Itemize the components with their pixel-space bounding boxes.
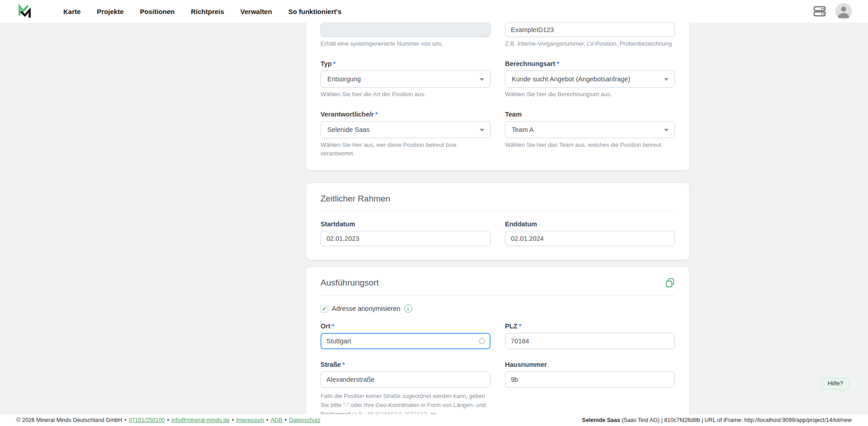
- nav-item-projekte[interactable]: Projekte: [97, 8, 123, 15]
- nav-item-verwalten[interactable]: Verwalten: [241, 8, 272, 15]
- enddatum-label: Enddatum: [505, 220, 675, 228]
- chevron-down-icon: [480, 78, 484, 81]
- nav-item-positionen[interactable]: Positionen: [140, 8, 175, 15]
- field-ort: Ort*: [321, 323, 491, 349]
- strasse-input[interactable]: [321, 371, 491, 388]
- plz-label: PLZ*: [505, 323, 675, 330]
- berechnungsart-select-value: Kunde sucht Angebot (Angebotsanfrage): [512, 75, 630, 83]
- field-verantwortliche: Verantwortliche/r* Selenide Saas Wählen …: [321, 111, 491, 158]
- required-marker: *: [332, 323, 335, 330]
- field-strasse: Straße* Falls die Position keiner Straße…: [321, 361, 491, 414]
- page-footer: © 2026 Mineral Minds Deutschland GmbH • …: [0, 414, 868, 426]
- required-marker: *: [519, 323, 521, 330]
- page-content: Erhält eine systemgenerierte Nummer von …: [0, 23, 868, 414]
- berechnungsart-label: Berechnungsart*: [505, 60, 675, 67]
- footer-session-info: Selenide Saas (Saas Test AG) | 810c7fd28…: [582, 417, 852, 423]
- anonymize-address-label: Adresse anonymisieren: [332, 305, 401, 312]
- footer-user-name: Selenide Saas: [582, 417, 620, 423]
- form-column: Erhält eine systemgenerierte Nummer von …: [306, 23, 689, 414]
- footer-left: © 2026 Mineral Minds Deutschland GmbH • …: [16, 417, 321, 423]
- anonymize-address-row: ✓ Adresse anonymisieren i: [321, 304, 675, 313]
- app-screen: Karte Projekte Positionen Richtpreis Ver…: [0, 0, 868, 426]
- strasse-helper-example: (z.B.: 48.8115607,9.4077422): [352, 411, 428, 414]
- field-external-id: Z.B. Interne-Vorgangsnummer, LV-Position…: [505, 23, 675, 60]
- required-marker: *: [342, 361, 345, 368]
- team-select-value: Team A: [512, 126, 533, 133]
- mineral-minds-logo-icon[interactable]: [16, 3, 33, 19]
- info-icon[interactable]: i: [404, 304, 412, 313]
- berechnungsart-select[interactable]: Kunde sucht Angebot (Angebotsanfrage): [505, 70, 675, 88]
- field-enddatum: Enddatum: [505, 220, 675, 246]
- required-marker: *: [333, 60, 336, 67]
- team-helper: Wählen Sie hier das Team aus, welches di…: [505, 141, 675, 150]
- chevron-down-icon: [664, 78, 669, 81]
- verantwortliche-select[interactable]: Selenide Saas: [321, 121, 491, 138]
- field-team: Team Team A Wählen Sie hier das Team aus…: [505, 111, 675, 158]
- footer-link-impressum[interactable]: Impressum: [236, 417, 264, 423]
- hausnummer-input[interactable]: [505, 371, 675, 388]
- field-startdatum: Startdatum: [321, 220, 491, 246]
- nav-item-so-funktionierts[interactable]: So funktioniert's: [288, 8, 342, 15]
- field-berechnungsart: Berechnungsart* Kunde sucht Angebot (Ang…: [505, 60, 675, 111]
- section-title-ausfuehrungsort: Ausführungsort: [321, 278, 379, 288]
- strasse-label: Straße*: [321, 361, 491, 368]
- required-marker: *: [557, 60, 559, 67]
- startdatum-label: Startdatum: [321, 220, 491, 228]
- chevron-down-icon: [480, 129, 484, 131]
- number-helper: Erhält eine systemgenerierte Nummer von …: [321, 40, 491, 48]
- header-right-icons: [813, 3, 852, 19]
- footer-copyright: © 2026 Mineral Minds Deutschland GmbH: [16, 417, 122, 423]
- nav-item-richtpreis[interactable]: Richtpreis: [191, 8, 224, 15]
- external-id-helper: Z.B. Interne-Vorgangsnummer, LV-Position…: [505, 40, 675, 48]
- server-icon[interactable]: [813, 5, 826, 17]
- nav-item-karte[interactable]: Karte: [63, 8, 80, 15]
- section-title-zeitlicher-rahmen: Zeitlicher Rahmen: [321, 194, 390, 204]
- card-ausfuehrungsort: Ausführungsort ✓ Adresse anonymisieren i…: [306, 267, 689, 414]
- team-select[interactable]: Team A: [505, 121, 675, 138]
- typ-select-value: Entsorgung: [327, 75, 361, 83]
- top-navbar: Karte Projekte Positionen Richtpreis Ver…: [0, 0, 868, 23]
- team-label: Team: [505, 111, 675, 118]
- verantwortliche-select-value: Selenide Saas: [327, 126, 370, 133]
- field-plz: PLZ*: [505, 323, 675, 361]
- card-zeitlicher-rahmen: Zeitlicher Rahmen Startdatum Enddatum: [306, 183, 689, 260]
- required-marker: *: [375, 111, 378, 118]
- footer-separator: •: [285, 417, 287, 423]
- help-button[interactable]: Hilfe?: [821, 378, 849, 389]
- startdatum-input[interactable]: [321, 231, 491, 246]
- typ-helper: Wählen Sie hier die Art der Position aus…: [321, 90, 491, 99]
- ort-label: Ort*: [321, 323, 491, 330]
- ort-input[interactable]: [321, 333, 491, 349]
- plz-input[interactable]: [505, 333, 675, 349]
- field-typ: Typ* Entsorgung Wählen Sie hier die Art …: [321, 60, 491, 99]
- berechnungsart-helper: Wählen Sie hier die Berechnungsart aus.: [505, 90, 675, 99]
- footer-separator: •: [266, 417, 268, 423]
- typ-select[interactable]: Entsorgung: [321, 70, 491, 88]
- strasse-helper: Falls die Position keiner Straße zugeord…: [321, 392, 491, 414]
- user-avatar[interactable]: [835, 3, 852, 19]
- divider: [321, 295, 675, 295]
- footer-link-email[interactable]: info@mineral-minds.de: [171, 417, 230, 423]
- verantwortliche-helper: Wählen Sie hier aus, wer diese Position …: [321, 141, 491, 158]
- footer-link-agb[interactable]: AGB: [270, 417, 282, 423]
- number-input: [321, 23, 491, 37]
- field-hausnummer: Hausnummer: [505, 361, 675, 414]
- anonymize-address-checkbox[interactable]: ✓: [321, 305, 328, 313]
- person-icon: [835, 3, 852, 19]
- footer-link-phone[interactable]: 07151/250100: [129, 417, 165, 423]
- footer-separator: •: [124, 417, 126, 423]
- divider: [321, 211, 675, 211]
- card-position-basics: Erhält eine systemgenerierte Nummer von …: [306, 23, 689, 170]
- footer-link-datenschutz[interactable]: Datenschutz: [289, 417, 320, 423]
- verantwortliche-label: Verantwortliche/r*: [321, 111, 491, 118]
- typ-label: Typ*: [321, 60, 491, 67]
- main-nav: Karte Projekte Positionen Richtpreis Ver…: [63, 8, 341, 15]
- footer-separator: •: [167, 417, 169, 423]
- hausnummer-label: Hausnummer: [505, 361, 675, 368]
- field-number: Erhält eine systemgenerierte Nummer von …: [321, 23, 491, 48]
- enddatum-input[interactable]: [505, 231, 675, 246]
- chevron-down-icon: [664, 129, 669, 131]
- footer-session-details: (Saas Test AG) | 810c7fd28d8b | URL of i…: [620, 417, 852, 423]
- copy-icon[interactable]: [665, 278, 675, 288]
- external-id-input[interactable]: [505, 23, 675, 37]
